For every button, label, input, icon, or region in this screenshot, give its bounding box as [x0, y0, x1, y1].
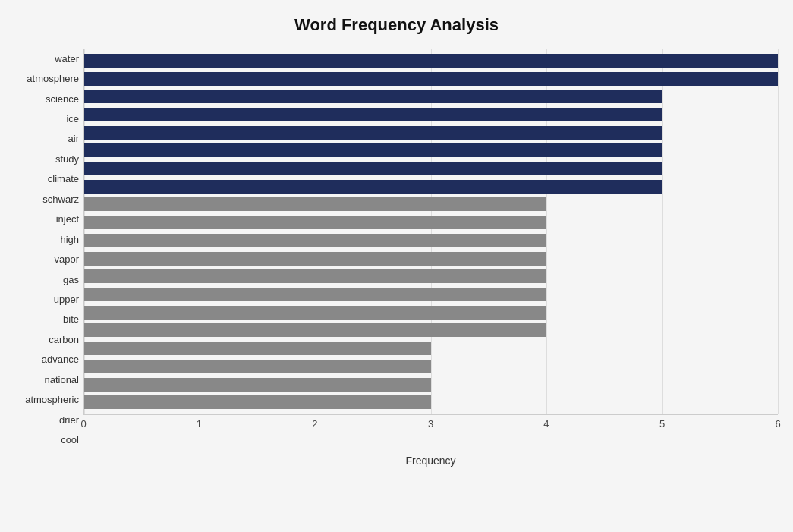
- bar-row: [84, 250, 778, 268]
- bars-area: [83, 49, 778, 415]
- bar-row: [84, 213, 778, 231]
- bar-row: [84, 105, 778, 124]
- bar: [84, 162, 662, 175]
- y-label: vapor: [54, 250, 79, 269]
- x-tick: 4: [543, 418, 549, 430]
- bar-row: [84, 87, 778, 105]
- y-label: water: [55, 49, 79, 68]
- bar-row: [84, 142, 778, 160]
- y-label: atmosphere: [27, 69, 79, 89]
- bars-and-xaxis: 0123456 Frequency: [83, 49, 778, 467]
- bar-row: [84, 124, 778, 142]
- bar-row: [84, 196, 778, 214]
- y-label: air: [68, 129, 79, 149]
- y-label: upper: [54, 289, 79, 309]
- bar-row: [84, 52, 778, 70]
- bar: [84, 216, 546, 229]
- bar: [84, 342, 431, 355]
- y-label: drier: [59, 410, 79, 430]
- x-tick: 0: [80, 418, 86, 430]
- bar: [84, 143, 662, 157]
- bar-row: [84, 70, 778, 88]
- bar: [84, 90, 662, 103]
- y-axis: wateratmospherescienceiceairstudyclimate…: [15, 49, 83, 467]
- y-label: cool: [61, 430, 79, 450]
- y-label: advance: [42, 350, 79, 370]
- y-label: high: [60, 229, 79, 249]
- bar-row: [84, 159, 778, 178]
- bar-row: [84, 304, 778, 322]
- bar: [84, 360, 431, 373]
- bar-row: [84, 267, 778, 285]
- y-label: gas: [63, 269, 79, 289]
- x-tick: 2: [312, 418, 317, 430]
- chart-container: Word Frequency Analysis wateratmospheres…: [0, 0, 793, 532]
- bar: [84, 288, 546, 301]
- y-label: national: [44, 370, 79, 389]
- bar: [84, 378, 431, 392]
- y-label: bite: [63, 310, 79, 329]
- y-label: science: [46, 89, 79, 109]
- bar: [84, 108, 662, 121]
- bar-row: [84, 376, 778, 394]
- bar: [84, 269, 546, 283]
- bar: [84, 323, 546, 337]
- x-tick: 1: [197, 418, 202, 430]
- bar: [84, 234, 546, 247]
- y-label: ice: [66, 109, 79, 129]
- bar: [84, 395, 431, 409]
- bar-row: [84, 393, 778, 411]
- bar: [84, 54, 778, 68]
- x-tick: 3: [428, 418, 433, 430]
- y-label: inject: [56, 209, 79, 229]
- bar: [84, 180, 662, 194]
- bar: [84, 72, 778, 86]
- y-label: climate: [48, 169, 79, 189]
- chart-area: wateratmospherescienceiceairstudyclimate…: [15, 49, 778, 467]
- y-label: carbon: [49, 329, 79, 349]
- bar: [84, 197, 546, 211]
- bar: [84, 252, 546, 266]
- bar-row: [84, 178, 778, 196]
- y-label: schwarz: [42, 189, 79, 209]
- grid-line: [778, 49, 779, 414]
- x-tick: 5: [659, 418, 665, 430]
- chart-title: Word Frequency Analysis: [15, 15, 778, 35]
- y-label: atmospheric: [25, 390, 79, 410]
- x-axis-label: Frequency: [83, 455, 778, 467]
- bar: [84, 126, 662, 140]
- bar-row: [84, 322, 778, 340]
- bar: [84, 306, 546, 320]
- y-label: study: [55, 149, 79, 168]
- bar-row: [84, 357, 778, 376]
- bar-row: [84, 339, 778, 357]
- bar-row: [84, 285, 778, 304]
- bar-row: [84, 231, 778, 250]
- x-tick: 6: [775, 418, 780, 430]
